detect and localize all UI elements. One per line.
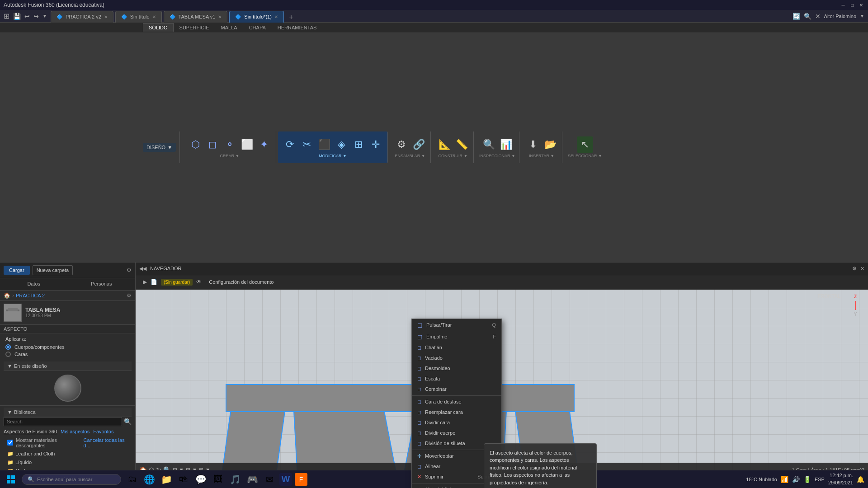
add-tab-button[interactable]: + bbox=[286, 12, 297, 23]
settings-icon[interactable]: ⚙ bbox=[127, 267, 132, 273]
dropdown-item-escala[interactable]: ◻ Escala bbox=[412, 374, 501, 384]
user-account[interactable]: Aitor Palomino bbox=[824, 14, 857, 19]
breadcrumb-settings-icon[interactable]: ⚙ bbox=[127, 292, 132, 299]
tab-tabla-mesa[interactable]: 🔷 TABLA MESA v1 ✕ bbox=[164, 11, 228, 23]
dropdown-item-reemplazar[interactable]: ◻ Reemplazar cara bbox=[412, 407, 501, 418]
dropdown-item-vaciado[interactable]: ◻ Vaciado bbox=[412, 353, 501, 363]
filter-tab-fusion[interactable]: Aspectos de Fusion 360 bbox=[4, 429, 57, 434]
start-button[interactable] bbox=[4, 472, 18, 487]
dropdown-item-desmoldeo[interactable]: ◻ Desmoldeo bbox=[412, 363, 501, 374]
taskbar-app-teams[interactable]: 💬 bbox=[193, 472, 208, 487]
taskbar-app-word[interactable]: W bbox=[279, 473, 292, 486]
dropdown-item-chafian[interactable]: ◻ Chafián bbox=[412, 343, 501, 353]
dropdown-item-dividir-cuerpo[interactable]: ◻ Dividir cuerpo bbox=[412, 428, 501, 438]
save-icon[interactable]: 💾 bbox=[13, 13, 21, 20]
category-leather[interactable]: 📁 Leather and Cloth bbox=[4, 450, 132, 458]
tab-datos[interactable]: Datos bbox=[0, 278, 68, 290]
select-btn-1[interactable]: ↖ bbox=[577, 136, 593, 153]
tab-close-sin-titulo[interactable]: ✕ bbox=[152, 14, 156, 19]
biblioteca-header[interactable]: ▼ Biblioteca bbox=[4, 408, 132, 417]
dropdown-item-dividir-cara[interactable]: ◻ Dividir cara bbox=[412, 418, 501, 428]
filter-tab-mis[interactable]: Mis aspectos bbox=[61, 429, 90, 434]
create-btn-1[interactable]: ⬡ bbox=[187, 136, 203, 153]
nav-eye-icon[interactable]: 👁 bbox=[196, 279, 202, 285]
taskbar-app-spotify[interactable]: 🎵 bbox=[228, 472, 242, 487]
close-icon[interactable]: ✕ bbox=[815, 13, 821, 20]
nav-expand-icon[interactable]: ▶ bbox=[143, 279, 147, 285]
nav-collapse-icon[interactable]: ◀◀ bbox=[139, 266, 146, 272]
document-item[interactable]: TABLA MESA 12:30:53 PM bbox=[0, 301, 135, 325]
create-btn-4[interactable]: ⬜ bbox=[239, 136, 255, 153]
show-downloadable-checkbox[interactable] bbox=[7, 440, 13, 446]
modify-btn-6[interactable]: ✛ bbox=[368, 136, 384, 153]
insert-btn-1[interactable]: ⬇ bbox=[525, 136, 541, 153]
tab-chapa[interactable]: CHAPA bbox=[243, 23, 272, 32]
taskbar-app-game[interactable]: 🎮 bbox=[245, 472, 259, 487]
nav-item-unsaved[interactable]: (Sin guardar) bbox=[161, 279, 193, 286]
radio-bodies[interactable]: Cuerpos/componentes bbox=[5, 344, 130, 350]
taskbar-app-store[interactable]: 🛍 bbox=[176, 472, 191, 487]
nav-close-icon[interactable]: ✕ bbox=[860, 266, 864, 272]
dropdown-item-pulsar[interactable]: ◻ Pulsar/Tirar Q bbox=[412, 319, 501, 331]
taskbar-app-edge[interactable]: 🌐 bbox=[142, 472, 156, 487]
taskbar-app-orange[interactable]: F bbox=[295, 473, 307, 486]
taskbar-app-photos[interactable]: 🖼 bbox=[211, 472, 225, 487]
create-btn-3[interactable]: ⚬ bbox=[222, 136, 238, 153]
dropdown-item-combinar[interactable]: ◻ Combinar bbox=[412, 384, 501, 394]
inspect-btn-1[interactable]: 🔍 bbox=[481, 136, 497, 153]
modify-btn-2[interactable]: ✂ bbox=[299, 136, 315, 153]
create-btn-5[interactable]: ✦ bbox=[256, 136, 272, 153]
cancel-all-link[interactable]: Cancelar todas las d... bbox=[84, 437, 128, 448]
home-icon[interactable]: 🏠 bbox=[4, 292, 10, 299]
taskbar-app-mail[interactable]: ✉ bbox=[262, 472, 277, 487]
dropdown-arrow[interactable]: ▼ bbox=[42, 14, 47, 19]
tab-superficie[interactable]: SUPERFICIE bbox=[174, 23, 215, 32]
network-icon[interactable]: 📶 bbox=[781, 476, 788, 483]
assemble-btn-2[interactable]: 🔗 bbox=[410, 136, 427, 153]
modify-btn-1[interactable]: ⟳ bbox=[282, 136, 298, 153]
taskbar-search-box[interactable]: 🔍 Escribe aquí para buscar bbox=[22, 474, 121, 485]
tab-personas[interactable]: Personas bbox=[68, 278, 136, 290]
material-search-input[interactable] bbox=[4, 417, 122, 426]
modify-btn-3[interactable]: ⬛ bbox=[316, 136, 332, 153]
search-icon[interactable]: 🔍 bbox=[804, 13, 811, 20]
category-liquido[interactable]: 📁 Líquido bbox=[4, 458, 132, 467]
inspect-btn-2[interactable]: 📊 bbox=[498, 136, 514, 153]
tab-solido[interactable]: SÓLIDO bbox=[143, 23, 174, 32]
modify-btn-4[interactable]: ◈ bbox=[333, 136, 349, 153]
tab-sin-titulo[interactable]: 🔷 Sin título ✕ bbox=[115, 11, 162, 23]
tab-sin-titulo-1[interactable]: 🔷 Sin título*(1) ✕ bbox=[229, 11, 284, 23]
search-magnify-icon[interactable]: 🔍 bbox=[124, 418, 132, 425]
in-design-header[interactable]: ▼ En este diseño bbox=[4, 361, 132, 371]
construct-btn-2[interactable]: 📏 bbox=[453, 136, 470, 153]
tab-practica2[interactable]: 🔷 PRACTICA 2 v2 ✕ bbox=[51, 11, 113, 23]
new-folder-button[interactable]: Nueva carpeta bbox=[33, 265, 73, 275]
radio-faces[interactable]: Caras bbox=[5, 352, 130, 357]
tab-close-tabla-mesa[interactable]: ✕ bbox=[218, 14, 222, 19]
app-grid-icon[interactable]: ⊞ bbox=[4, 12, 9, 20]
dropdown-item-cara-desfase[interactable]: ◻ Cara de desfase bbox=[412, 397, 501, 407]
filter-tab-favoritos[interactable]: Favoritos bbox=[93, 429, 113, 434]
nav-settings-icon[interactable]: ⚙ bbox=[852, 266, 857, 272]
minimize-button[interactable]: ─ bbox=[840, 2, 846, 8]
design-dropdown-button[interactable]: DISEÑO ▼ bbox=[143, 143, 176, 152]
notification-icon[interactable]: 🔔 bbox=[857, 476, 864, 483]
redo-icon[interactable]: ↪ bbox=[33, 13, 39, 20]
construct-btn-1[interactable]: 📐 bbox=[436, 136, 453, 153]
maximize-button[interactable]: □ bbox=[849, 2, 855, 8]
dropdown-item-empalme[interactable]: ◻ Empalme F bbox=[412, 331, 501, 343]
insert-btn-2[interactable]: 📂 bbox=[542, 136, 558, 153]
refresh-icon[interactable]: 🔄 bbox=[793, 13, 800, 20]
taskbar-app-folder[interactable]: 📁 bbox=[159, 472, 174, 487]
battery-icon[interactable]: 🔋 bbox=[803, 476, 811, 483]
tab-close-active[interactable]: ✕ bbox=[274, 14, 278, 19]
modify-btn-5[interactable]: ⊞ bbox=[350, 136, 367, 153]
taskbar-app-explorer[interactable]: 🗂 bbox=[125, 472, 139, 487]
user-dropdown[interactable]: ▼ bbox=[860, 14, 864, 19]
assemble-btn-1[interactable]: ⚙ bbox=[393, 136, 410, 153]
tab-herramientas[interactable]: HERRAMIENTAS bbox=[272, 23, 323, 32]
breadcrumb-label[interactable]: PRACTICA 2 bbox=[16, 293, 45, 298]
create-btn-2[interactable]: ◻ bbox=[204, 136, 221, 153]
taskbar-clock[interactable]: 12:42 p.m. 29/09/2021 bbox=[828, 472, 853, 486]
tab-malla[interactable]: MALLA bbox=[215, 23, 243, 32]
